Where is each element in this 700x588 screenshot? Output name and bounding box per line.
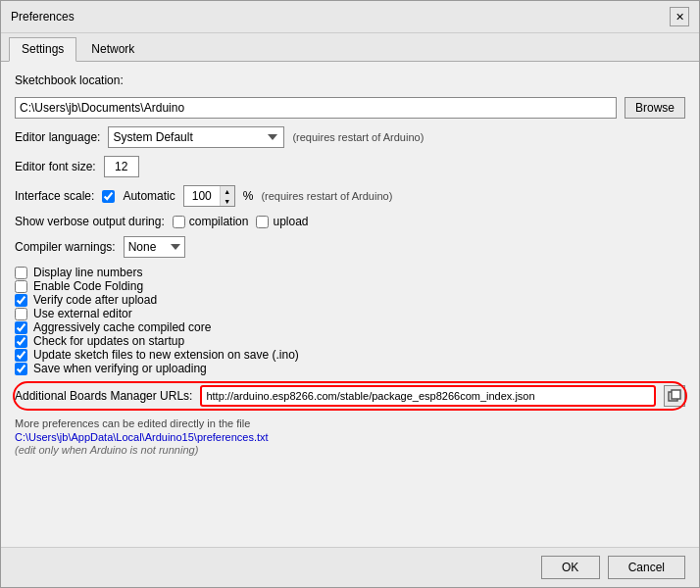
checkbox-row-3: Use external editor <box>15 307 685 320</box>
cache-compiled-checkbox[interactable] <box>15 321 27 334</box>
upload-pair: upload <box>256 215 308 228</box>
more-prefs-label: More preferences can be edited directly … <box>15 417 250 429</box>
footer: OK Cancel <box>1 547 699 587</box>
check-updates-checkbox[interactable] <box>15 335 27 348</box>
scale-spinner: ▲ ▼ <box>183 185 235 207</box>
ok-button[interactable]: OK <box>541 556 600 579</box>
prefs-file-link[interactable]: C:\Users\jb\AppData\Local\Arduino15\pref… <box>15 431 269 443</box>
save-verifying-label: Save when verifying or uploading <box>33 362 207 375</box>
checkboxes-section: Display line numbers Enable Code Folding… <box>15 266 685 375</box>
settings-panel: Sketchbook location: Browse Editor langu… <box>1 62 699 547</box>
interface-scale-note: (requires restart of Arduino) <box>261 190 392 202</box>
sketchbook-path-input[interactable] <box>15 97 617 119</box>
compiler-warnings-label: Compiler warnings: <box>15 240 116 254</box>
automatic-label: Automatic <box>123 189 175 203</box>
percent-label: % <box>243 189 254 203</box>
check-updates-label: Check for updates on startup <box>33 334 184 348</box>
checkbox-row-0: Display line numbers <box>15 266 685 279</box>
verify-code-label: Verify code after upload <box>33 293 157 307</box>
checkbox-row-6: Update sketch files to new extension on … <box>15 348 685 362</box>
update-sketch-checkbox[interactable] <box>15 349 27 362</box>
cache-compiled-label: Aggressively cache compiled core <box>33 320 211 334</box>
checkbox-row-7: Save when verifying or uploading <box>15 362 685 375</box>
scale-value-input[interactable] <box>184 187 220 205</box>
scale-down-button[interactable]: ▼ <box>221 196 234 206</box>
title-bar: Preferences ✕ <box>1 1 699 33</box>
browse-button[interactable]: Browse <box>625 97 685 119</box>
save-verifying-checkbox[interactable] <box>15 363 27 375</box>
interface-scale-row: Interface scale: Automatic ▲ ▼ % (requir… <box>15 185 685 207</box>
spinner-buttons: ▲ ▼ <box>220 186 234 206</box>
compiler-warnings-select[interactable]: None Default More All <box>124 236 185 258</box>
compilation-label: compilation <box>189 215 249 228</box>
upload-checkbox[interactable] <box>256 216 269 228</box>
editor-language-row: Editor language: System Default (require… <box>15 126 685 148</box>
compilation-checkbox[interactable] <box>173 216 185 228</box>
dialog-title: Preferences <box>11 10 75 24</box>
boards-manager-label: Additional Boards Manager URLs: <box>15 389 192 403</box>
sketchbook-location-label: Sketchbook location: <box>15 74 685 87</box>
compiler-warnings-row: Compiler warnings: None Default More All <box>15 236 685 258</box>
verbose-row: Show verbose output during: compilation … <box>15 215 685 228</box>
external-editor-label: Use external editor <box>33 307 132 320</box>
tab-settings[interactable]: Settings <box>9 37 76 62</box>
editor-language-note: (requires restart of Arduino) <box>292 131 424 143</box>
close-button[interactable]: ✕ <box>670 7 689 26</box>
edit-note: (edit only when Arduino is not running) <box>15 444 685 456</box>
boards-manager-input[interactable] <box>200 385 656 407</box>
compilation-pair: compilation <box>173 215 249 228</box>
more-prefs-text: More preferences can be edited directly … <box>15 416 685 430</box>
display-line-numbers-label: Display line numbers <box>33 266 142 279</box>
verify-code-checkbox[interactable] <box>15 294 27 307</box>
checkbox-row-2: Verify code after upload <box>15 293 685 307</box>
editor-font-size-input[interactable] <box>104 156 139 177</box>
scale-up-button[interactable]: ▲ <box>221 186 234 196</box>
editor-font-size-row: Editor font size: <box>15 156 685 177</box>
svg-rect-1 <box>672 390 680 399</box>
boards-manager-row: Additional Boards Manager URLs: <box>15 385 685 407</box>
update-sketch-label: Update sketch files to new extension on … <box>33 348 299 362</box>
editor-language-select[interactable]: System Default <box>108 126 284 148</box>
checkbox-row-4: Aggressively cache compiled core <box>15 320 685 334</box>
display-line-numbers-checkbox[interactable] <box>15 267 27 279</box>
upload-label: upload <box>273 215 308 228</box>
tab-bar: Settings Network <box>1 33 699 62</box>
sketchbook-row: Browse <box>15 97 685 119</box>
open-window-icon <box>668 389 681 403</box>
verbose-label: Show verbose output during: <box>15 215 165 228</box>
boards-manager-icon-button[interactable] <box>664 385 685 407</box>
checkbox-row-1: Enable Code Folding <box>15 279 685 293</box>
external-editor-checkbox[interactable] <box>15 308 27 320</box>
cancel-button[interactable]: Cancel <box>608 556 685 579</box>
automatic-checkbox[interactable] <box>102 190 115 203</box>
preferences-dialog: Preferences ✕ Settings Network Sketchboo… <box>0 0 700 588</box>
enable-code-folding-checkbox[interactable] <box>15 280 27 293</box>
editor-language-label: Editor language: <box>15 130 100 144</box>
editor-font-size-label: Editor font size: <box>15 160 96 173</box>
file-info-section: More preferences can be edited directly … <box>15 416 685 456</box>
checkbox-row-5: Check for updates on startup <box>15 334 685 348</box>
tab-network[interactable]: Network <box>78 37 147 61</box>
enable-code-folding-label: Enable Code Folding <box>33 279 143 293</box>
interface-scale-label: Interface scale: <box>15 189 94 203</box>
